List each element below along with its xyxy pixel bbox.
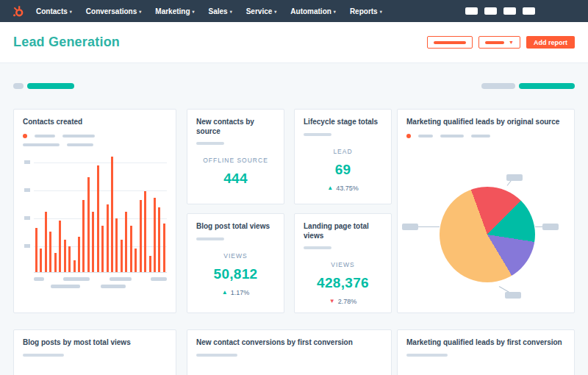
- bar: [125, 212, 127, 272]
- hubspot-logo-icon[interactable]: [12, 5, 24, 18]
- x-axis-tick-placeholder: [110, 277, 132, 281]
- nav-item-label: Service: [246, 7, 273, 15]
- subtitle-placeholder: [196, 142, 224, 145]
- nav-item-conversations[interactable]: Conversations ▾: [86, 7, 141, 15]
- filter-placeholder[interactable]: [27, 83, 74, 89]
- card-blog-post-total-views: Blog post total views VIEWS 50,812 1.17%: [187, 213, 284, 313]
- pie-callout-line: [535, 226, 542, 227]
- bar: [121, 240, 123, 272]
- y-axis-tick-placeholder: [24, 216, 30, 220]
- bar: [140, 200, 142, 271]
- filter-group-left: [13, 83, 74, 89]
- nav-item-label: Automation: [290, 7, 331, 15]
- legend-label-placeholder: [440, 135, 464, 138]
- subtitle-placeholder: [304, 133, 331, 136]
- page-header: Lead Generation ▼ Add report: [0, 22, 588, 63]
- top-navbar: Contacts ▾ Conversations ▾ Marketing ▾ S…: [0, 0, 588, 22]
- navbar-utility-icons: [465, 7, 535, 15]
- metric-delta: 1.17%: [196, 289, 275, 296]
- bar: [78, 237, 80, 271]
- navbar-icon-placeholder[interactable]: [523, 7, 535, 15]
- legend-label-placeholder: [23, 143, 60, 146]
- card-lifecycle-stage-totals: Lifecycle stage totals LEAD 69 43.75%: [294, 109, 392, 204]
- metric-delta: 43.75%: [304, 185, 382, 192]
- legend-dot-icon: [23, 134, 27, 138]
- filter-placeholder[interactable]: [13, 83, 24, 89]
- legend-label-placeholder: [62, 135, 95, 138]
- nav-item-marketing[interactable]: Marketing ▾: [155, 7, 194, 15]
- nav-item-reports[interactable]: Reports ▾: [350, 7, 382, 15]
- card-title: Blog posts by most total views: [23, 338, 167, 348]
- legend-row: [23, 134, 167, 138]
- chevron-down-icon: ▾: [380, 10, 382, 14]
- chevron-down-icon: ▾: [70, 10, 72, 14]
- pie-label-placeholder: [506, 174, 523, 181]
- card-title: New contact conversions by first convers…: [196, 338, 382, 348]
- subtitle-placeholder: [23, 354, 64, 357]
- x-axis-tick-placeholder: [63, 277, 90, 281]
- card-title: Marketing qualified leads by original so…: [406, 118, 565, 127]
- filter-placeholder[interactable]: [481, 83, 515, 89]
- dashboard-filter-button[interactable]: [427, 36, 473, 49]
- bar: [68, 246, 71, 272]
- x-axis-labels: [34, 277, 167, 281]
- metric-delta: 2.78%: [304, 298, 382, 305]
- nav-item-label: Marketing: [155, 7, 190, 15]
- bar: [45, 212, 47, 272]
- mql-pie-chart[interactable]: [440, 187, 535, 282]
- legend-label-placeholder: [67, 143, 93, 146]
- chevron-down-icon: ▾: [193, 10, 195, 14]
- down-triangle-icon: [329, 299, 335, 304]
- metric-label: LEAD: [304, 148, 382, 155]
- bar: [35, 228, 37, 272]
- filter-placeholder[interactable]: [519, 83, 575, 89]
- page-title: Lead Generation: [13, 35, 120, 50]
- card-title: Landing page total views: [304, 222, 382, 240]
- dashboard-actions-dropdown[interactable]: ▼: [478, 36, 520, 49]
- bar: [115, 218, 118, 271]
- nav-item-contacts[interactable]: Contacts ▾: [36, 7, 72, 15]
- navbar-icon-placeholder[interactable]: [503, 7, 516, 15]
- add-report-button[interactable]: Add report: [526, 36, 575, 49]
- bar: [92, 212, 94, 272]
- navbar-icon-placeholder[interactable]: [465, 7, 478, 15]
- delta-value: 1.17%: [231, 289, 250, 296]
- x-axis-tick-placeholder: [151, 277, 167, 281]
- bar-series: [35, 157, 165, 272]
- x-axis-tick-placeholder: [101, 285, 126, 288]
- metric-value: 444: [196, 171, 275, 187]
- legend-label-placeholder: [471, 135, 490, 138]
- subtitle-placeholder: [406, 354, 448, 357]
- card-title: Contacts created: [23, 118, 167, 127]
- legend-row: [23, 143, 167, 146]
- legend-dot-icon: [406, 134, 411, 138]
- bar: [149, 256, 151, 272]
- subtitle-placeholder: [304, 246, 331, 249]
- bar: [107, 204, 109, 271]
- nav-item-label: Contacts: [36, 7, 68, 15]
- nav-item-service[interactable]: Service ▾: [246, 7, 277, 15]
- nav-item-sales[interactable]: Sales ▾: [209, 7, 232, 15]
- subtitle-placeholder: [196, 354, 237, 357]
- card-title: Marketing qualified leads by first conve…: [406, 338, 565, 348]
- legend-label-placeholder: [35, 135, 55, 138]
- bar: [111, 157, 113, 272]
- bar: [158, 207, 160, 272]
- navbar-icon-placeholder[interactable]: [484, 7, 497, 15]
- chart-legend: [406, 134, 565, 138]
- bar: [59, 221, 61, 271]
- chart-legend: [23, 134, 167, 146]
- nav-item-automation[interactable]: Automation ▾: [290, 7, 336, 15]
- x-axis-tick-placeholder: [51, 285, 80, 288]
- metric-label: VIEWS: [196, 252, 275, 260]
- y-axis-tick-placeholder: [24, 160, 30, 164]
- card-title: Blog post total views: [196, 222, 275, 232]
- delta-value: 2.78%: [338, 298, 357, 305]
- nav-item-label: Conversations: [86, 7, 137, 15]
- card-title: New contacts by source: [196, 118, 275, 136]
- metric-value: 428,376: [304, 275, 382, 291]
- bar: [64, 240, 66, 272]
- button-label-placeholder: [485, 41, 504, 44]
- metric-value: 69: [304, 162, 382, 178]
- legend-label-placeholder: [418, 135, 433, 138]
